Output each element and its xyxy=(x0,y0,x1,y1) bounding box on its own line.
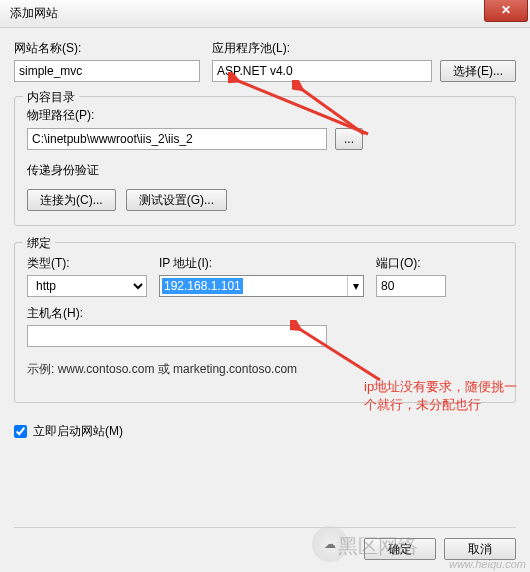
ellipsis-icon: ... xyxy=(344,132,354,146)
content-dir-group: 内容目录 物理路径(P): ... 传递身份验证 连接为(C)... 测试设置(… xyxy=(14,96,516,226)
type-select[interactable]: http xyxy=(27,275,147,297)
chevron-down-icon: ▾ xyxy=(347,276,363,296)
ip-address-select[interactable]: 192.168.1.101 ▾ xyxy=(159,275,364,297)
ip-label: IP 地址(I): xyxy=(159,255,364,272)
site-name-label: 网站名称(S): xyxy=(14,40,200,57)
content-dir-title: 内容目录 xyxy=(23,89,79,106)
binding-title: 绑定 xyxy=(23,235,55,252)
connect-as-button[interactable]: 连接为(C)... xyxy=(27,189,116,211)
dialog-content: 网站名称(S): 应用程序池(L): 选择(E)... 内容目录 物理路径(P)… xyxy=(0,28,530,572)
start-site-checkbox[interactable] xyxy=(14,425,27,438)
start-site-label: 立即启动网站(M) xyxy=(33,423,123,440)
dialog-footer: 确定 取消 xyxy=(14,527,516,560)
port-label: 端口(O): xyxy=(376,255,446,272)
annotation-text: ip地址没有要求，随便挑一个就行，未分配也行 xyxy=(364,378,524,414)
app-pool-label: 应用程序池(L): xyxy=(212,40,516,57)
ok-button[interactable]: 确定 xyxy=(364,538,436,560)
type-label: 类型(T): xyxy=(27,255,147,272)
app-pool-input xyxy=(212,60,432,82)
port-input[interactable] xyxy=(376,275,446,297)
hostname-label: 主机名(H): xyxy=(27,305,503,322)
close-icon: ✕ xyxy=(501,3,511,17)
browse-button[interactable]: ... xyxy=(335,128,363,150)
ip-address-value: 192.168.1.101 xyxy=(162,278,243,294)
test-settings-button[interactable]: 测试设置(G)... xyxy=(126,189,227,211)
site-name-input[interactable] xyxy=(14,60,200,82)
cancel-button[interactable]: 取消 xyxy=(444,538,516,560)
physical-path-label: 物理路径(P): xyxy=(27,108,94,122)
titlebar: 添加网站 ✕ xyxy=(0,0,530,28)
window-title: 添加网站 xyxy=(10,5,58,22)
physical-path-input[interactable] xyxy=(27,128,327,150)
select-app-pool-button[interactable]: 选择(E)... xyxy=(440,60,516,82)
close-button[interactable]: ✕ xyxy=(484,0,528,22)
auth-label: 传递身份验证 xyxy=(27,162,503,179)
hostname-input[interactable] xyxy=(27,325,327,347)
watermark-url: www.heiqu.com xyxy=(449,558,526,570)
